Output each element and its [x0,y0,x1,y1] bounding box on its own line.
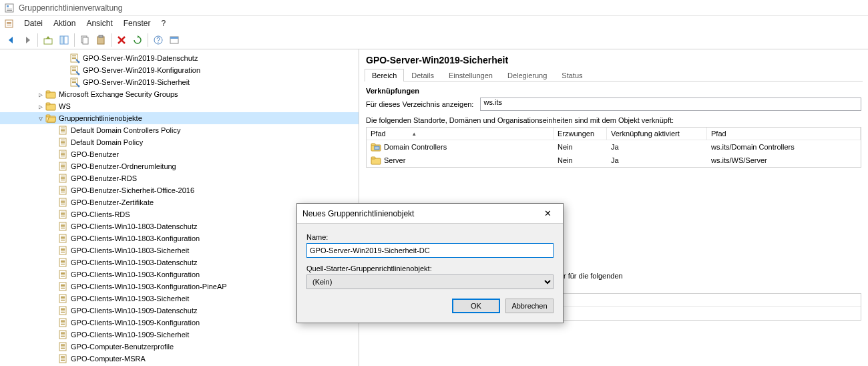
delete-button[interactable] [114,33,129,47]
svg-rect-113 [61,299,65,299]
col-header-pfad2[interactable]: Pfad [707,128,861,140]
gpo-icon [57,125,68,136]
expander-icon [48,235,57,242]
col-header-verknuepfung[interactable]: Verknüpfung aktiviert [607,128,707,140]
tree-item-label: GPO-Benutzer [71,150,119,158]
tree-item[interactable]: GPO-Benutzer-Sicherheit-Office-2016 [0,184,359,196]
svg-rect-117 [61,309,65,310]
show-hide-tree-button[interactable] [57,33,71,47]
tab-status[interactable]: Status [554,69,590,81]
expander-icon [48,331,57,339]
source-label: Quell-Starter-Gruppenrichtlinienobjekt: [306,264,554,272]
tree-item[interactable]: Default Domain Policy [0,136,359,148]
tree-item[interactable]: ▽Gruppenrichtlinienobjekte [0,112,359,124]
expander-icon[interactable]: ▽ [36,115,45,122]
tree-item-label: GPO-Computer-MSRA [71,355,146,363]
svg-rect-96 [61,260,65,260]
svg-rect-106 [61,284,65,285]
svg-rect-127 [61,333,65,334]
tree-item[interactable]: GPO-Computer-Benutzerprofile [0,341,359,353]
paste-button[interactable] [93,33,108,47]
svg-rect-92 [61,249,65,250]
menubar: DateiAktionAnsichtFenster? [0,16,868,31]
tab-delegierung[interactable]: Delegierung [500,69,554,81]
expander-icon [48,283,57,291]
expander-icon[interactable]: ▷ [36,103,45,110]
tab-details[interactable]: Details [404,69,441,81]
svg-rect-98 [61,262,65,263]
tree-item[interactable]: GPO-Benutzer-Ordnerumleitung [0,160,359,172]
gpo-icon [57,197,68,208]
close-icon[interactable]: ✕ [537,208,558,218]
tree-item[interactable]: ▷WS [0,100,359,112]
tree-item-label: GPO-Clients-Win10-1803-Datenschutz [71,222,198,230]
up-button[interactable] [41,33,55,47]
svg-point-33 [78,85,80,87]
svg-rect-66 [61,188,65,188]
svg-rect-114 [61,300,65,301]
tree-item[interactable]: GPO-Server-Win2019-Datenschutz [0,52,359,64]
source-select[interactable]: (Kein) [306,274,554,289]
svg-rect-48 [61,142,65,143]
svg-rect-52 [61,153,65,154]
tree-item[interactable]: Default Domain Controllers Policy [0,124,359,136]
menu-datei[interactable]: Datei [19,17,48,29]
svg-rect-136 [61,356,65,357]
svg-text:?: ? [156,37,160,44]
help-button[interactable]: ? [151,33,166,47]
svg-rect-91 [61,248,65,248]
expander-icon [60,79,69,86]
name-input[interactable] [306,243,554,258]
svg-rect-58 [61,166,65,167]
link-pfad: ws.its/WS/Server [707,154,861,167]
expander-icon [48,163,57,170]
gpo-link-icon [69,65,80,75]
tree-item[interactable]: GPO-Server-Win2019-Sicherheit [0,76,359,88]
options-button[interactable] [167,33,182,47]
tree-item[interactable]: GPO-Computer-MSRA [0,353,359,365]
ok-button[interactable]: OK [452,299,500,313]
link-aktiviert: Ja [607,140,707,154]
link-row[interactable]: Domain ControllersNeinJaws.its/Domain Co… [367,140,861,154]
col-header-erzwungen[interactable]: Erzwungen [554,128,607,140]
gpo-icon [57,137,68,148]
col-header-pfad[interactable]: Pfad▴ [367,128,554,140]
tree-item[interactable]: GPO-Clients-Win10-1909-Sicherheit [0,329,359,341]
menu-aktion[interactable]: Aktion [48,17,81,29]
tree-item-label: GPO-Clients-RDS [71,210,130,218]
tree-item[interactable]: GPO-Server-Win2019-Konfiguration [0,64,359,76]
copy-button[interactable] [77,33,92,47]
refresh-button[interactable] [130,33,145,47]
tree-item[interactable]: GPO-Benutzer [0,148,359,160]
tree-item-label: GPO-Benutzer-RDS [71,174,137,182]
link-row[interactable]: ServerNeinJaws.its/WS/Server [367,154,861,167]
tree-item[interactable]: GPO-Benutzer-RDS [0,172,359,184]
menu-?[interactable]: ? [156,17,171,29]
link-table: Pfad▴ Erzwungen Verknüpfung aktiviert Pf… [366,127,861,168]
svg-rect-7 [7,25,11,25]
cancel-button[interactable]: Abbrechen [505,299,554,313]
menu-ansicht[interactable]: Ansicht [81,17,118,29]
tab-bereich[interactable]: Bereich [365,69,404,81]
svg-rect-31 [72,81,76,81]
app-icon [4,3,15,13]
directory-select[interactable]: ws.its [480,98,861,111]
tree-item[interactable]: ▷Microsoft Exchange Security Groups [0,88,359,100]
svg-rect-20 [72,55,76,56]
tree-item-label: Default Domain Controllers Policy [71,126,180,134]
svg-rect-1 [7,5,9,7]
svg-rect-41 [61,128,65,128]
svg-rect-32 [72,82,76,83]
forward-button[interactable] [20,33,35,47]
expander-icon[interactable]: ▷ [36,91,45,98]
tree-item-label: Microsoft Exchange Security Groups [59,90,178,98]
menu-fenster[interactable]: Fenster [118,17,156,29]
svg-rect-97 [61,261,65,262]
separator [37,33,38,47]
tab-einstellungen[interactable]: Einstellungen [441,69,500,81]
svg-rect-104 [61,276,65,277]
gpo-icon [57,149,68,160]
tree-item-label: GPO-Clients-Win10-1803-Sicherheit [71,246,189,254]
back-button[interactable] [4,33,19,47]
gpo-icon [57,341,68,352]
